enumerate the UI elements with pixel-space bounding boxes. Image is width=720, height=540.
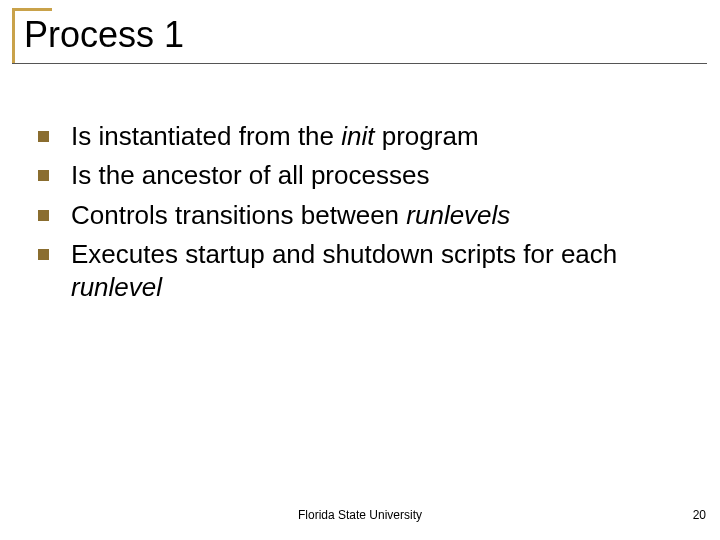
title-underline (12, 63, 707, 64)
bullet-em: init (341, 121, 374, 151)
bullet-text: Controls transitions between runlevels (71, 199, 510, 232)
bullet-icon (38, 210, 49, 221)
list-item: Is instantiated from the init program (38, 120, 678, 153)
bullet-icon (38, 249, 49, 260)
bullet-pre: Controls transitions between (71, 200, 406, 230)
bullet-text: Is instantiated from the init program (71, 120, 479, 153)
footer-page-number: 20 (693, 508, 706, 522)
title-accent-left (12, 8, 15, 63)
list-item: Controls transitions between runlevels (38, 199, 678, 232)
slide-footer: Florida State University 20 (0, 508, 720, 528)
bullet-text: Is the ancestor of all processes (71, 159, 429, 192)
bullet-pre: Is the ancestor of all processes (71, 160, 429, 190)
bullet-text: Executes startup and shutdown scripts fo… (71, 238, 678, 305)
bullet-post: program (375, 121, 479, 151)
bullet-icon (38, 170, 49, 181)
bullet-icon (38, 131, 49, 142)
list-item: Is the ancestor of all processes (38, 159, 678, 192)
bullet-em: runlevel (71, 272, 162, 302)
bullet-pre: Executes startup and shutdown scripts fo… (71, 239, 617, 269)
bullet-list: Is instantiated from the init program Is… (38, 120, 678, 310)
title-accent-top (12, 8, 52, 11)
list-item: Executes startup and shutdown scripts fo… (38, 238, 678, 305)
slide-title: Process 1 (24, 14, 184, 56)
bullet-pre: Is instantiated from the (71, 121, 341, 151)
footer-institution: Florida State University (0, 508, 720, 522)
bullet-em: runlevels (406, 200, 510, 230)
